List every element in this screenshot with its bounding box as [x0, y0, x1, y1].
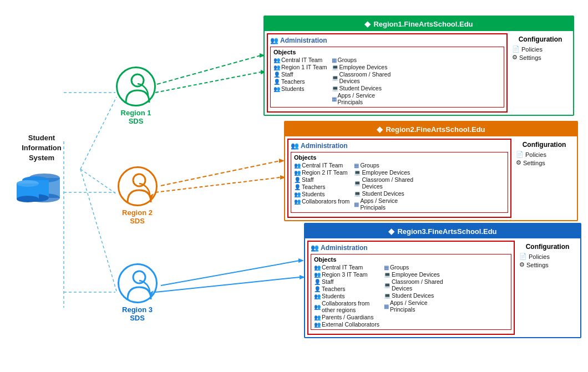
r3-external: 👥External Collaborators — [314, 321, 379, 328]
region1-objects-box: Objects 👥Central IT Team 👥Region 1 IT Te… — [270, 47, 504, 108]
region2-title: Region2.FineArtsSchool.Edu — [386, 125, 485, 134]
region1-config-header: Configuration — [512, 35, 569, 43]
region3-title: Region3.FineArtsSchool.Edu — [397, 227, 496, 236]
sds2-label: Region 2 SDS — [114, 208, 161, 225]
region2-objects-cols: 👥Central IT Team 👥Region 2 IT Team 👤Staf… — [294, 162, 505, 211]
region1-title: Region1.FineArtsSchool.Edu — [373, 20, 473, 28]
r1-policies: 📄Policies — [512, 45, 569, 53]
region3-admin: 👥 Administration Objects 👥Central IT Tea… — [307, 241, 515, 335]
r2-apps: ▦Apps / ServicePrincipals — [354, 197, 413, 211]
region3-right-col: ▦Groups 💻Employee Devices 💻Classroom / S… — [384, 264, 443, 328]
region1-objects-cols: 👥Central IT Team 👥Region 1 IT Team 👤Staf… — [273, 57, 501, 105]
region1-left-col: 👥Central IT Team 👥Region 1 IT Team 👤Staf… — [273, 57, 327, 105]
settings-icon: ⚙ — [512, 54, 518, 61]
r2-central-team: 👥Central IT Team — [294, 162, 349, 169]
region3-admin-label: Administration — [321, 244, 368, 252]
svg-line-7 — [155, 277, 300, 292]
r2-policies: 📄Policies — [516, 151, 572, 158]
admin-people-icon: 👥 — [270, 37, 278, 44]
r1-student-devices: 💻Student Devices — [332, 85, 391, 91]
r1-region-team: 👥Region 1 IT Team — [273, 64, 327, 70]
region1-title-bar: ◆ Region1.FineArtsSchool.Edu — [265, 17, 573, 31]
svg-point-17 — [17, 196, 39, 202]
region2-diamond-icon: ◆ — [377, 125, 383, 134]
r2-staff: 👤Staff — [294, 176, 349, 183]
region2-body: 👥 Administration Objects 👥Central IT Tea… — [285, 136, 577, 220]
region1-right-col: ▦Groups 💻Employee Devices 💻Classroom / S… — [332, 57, 391, 105]
r1-settings: ⚙Settings — [512, 54, 569, 61]
region3-config-header: Configuration — [519, 243, 576, 251]
svg-line-1 — [80, 169, 116, 194]
region2-objects-box: Objects 👥Central IT Team 👥Region 2 IT Te… — [291, 152, 508, 213]
admin3-people-icon: 👥 — [311, 244, 319, 252]
r2-student-devices: 💻Student Devices — [354, 190, 413, 197]
r1-central-team: 👥Central IT Team — [273, 57, 327, 63]
region3-panel: ◆ Region3.FineArtsSchool.Edu 👥 Administr… — [304, 223, 581, 338]
region1-diamond-icon: ◆ — [364, 19, 371, 28]
svg-line-30 — [161, 161, 280, 186]
region2-admin-label: Administration — [301, 142, 348, 150]
r1-teachers: 👤Teachers — [273, 78, 327, 85]
region1-panel: ◆ Region1.FineArtsSchool.Edu 👥 Administr… — [263, 16, 574, 116]
settings3-icon: ⚙ — [519, 261, 525, 268]
region1-admin-header: 👥 Administration — [270, 37, 504, 44]
region1-objects-label: Objects — [273, 49, 501, 55]
r3-settings: ⚙Settings — [519, 261, 576, 268]
svg-line-0 — [80, 97, 116, 169]
sds1-label: Region 1 SDS — [114, 109, 158, 125]
r2-region-team: 👥Region 2 IT Team — [294, 169, 349, 176]
r3-policies: 📄Policies — [519, 253, 576, 260]
diagram-container: Student Information System — [0, 0, 588, 372]
database-icon — [11, 168, 72, 212]
r1-groups: ▦Groups — [332, 57, 391, 63]
r3-parents: 👥Parents / Guardians — [314, 314, 379, 320]
svg-line-2 — [80, 169, 116, 291]
sds3-group: Region 3 SDS — [114, 263, 161, 322]
region1-config: Configuration 📄Policies ⚙Settings — [510, 33, 571, 113]
r3-classroom-devices: 💻Classroom / SharedDevices — [384, 278, 443, 292]
r1-classroom-devices: 💻Classroom / SharedDevices — [332, 71, 391, 84]
region3-admin-header: 👥 Administration — [311, 244, 511, 252]
r3-teachers: 👤Teachers — [314, 286, 379, 292]
region2-admin-header: 👥 Administration — [291, 142, 508, 150]
r3-students: 👥Students — [314, 293, 379, 299]
region3-diamond-icon: ◆ — [388, 227, 394, 236]
region2-config: Configuration 📄Policies ⚙Settings — [514, 139, 575, 218]
sds2-group: Region 2 SDS — [114, 166, 161, 225]
region2-objects-label: Objects — [294, 154, 505, 161]
r2-classroom-devices: 💻Classroom / SharedDevices — [354, 176, 413, 190]
r2-students: 👥Students — [294, 191, 349, 197]
region3-body: 👥 Administration Objects 👥Central IT Tea… — [305, 238, 580, 337]
r2-collaborators: 👥Collaborators from — [294, 198, 349, 205]
region2-left-col: 👥Central IT Team 👥Region 2 IT Team 👤Staf… — [294, 162, 349, 211]
svg-point-18 — [17, 180, 39, 187]
r3-groups: ▦Groups — [384, 264, 443, 271]
sds1-circle — [116, 67, 156, 106]
policies-icon: 📄 — [512, 45, 520, 53]
region3-objects-box: Objects 👥Central IT Team 👥Region 3 IT Te… — [311, 254, 511, 330]
r2-teachers: 👤Teachers — [294, 184, 349, 190]
region1-admin: 👥 Administration Objects 👥Central IT Tea… — [267, 33, 508, 113]
r1-students: 👥Students — [273, 85, 327, 92]
region1-body: 👥 Administration Objects 👥Central IT Tea… — [265, 31, 573, 115]
region3-left-col: 👥Central IT Team 👥Region 3 IT Team 👤Staf… — [314, 264, 379, 328]
r3-student-devices: 💻Student Devices — [384, 292, 443, 299]
settings2-icon: ⚙ — [516, 159, 521, 166]
region2-panel: ◆ Region2.FineArtsSchool.Edu 👥 Administr… — [284, 121, 578, 221]
sis-block: Student Information System — [11, 133, 72, 214]
r3-emp-devices: 💻Employee Devices — [384, 271, 443, 278]
r3-apps: ▦Apps / ServicePrincipals — [384, 299, 443, 313]
admin2-people-icon: 👥 — [291, 142, 299, 150]
region3-config: Configuration 📄Policies ⚙Settings — [517, 241, 578, 335]
region3-objects-cols: 👥Central IT Team 👥Region 3 IT Team 👤Staf… — [314, 264, 508, 328]
r2-settings: ⚙Settings — [516, 159, 572, 166]
svg-line-5 — [155, 177, 280, 192]
region2-title-bar: ◆ Region2.FineArtsSchool.Edu — [285, 122, 577, 136]
sds3-label: Region 3 SDS — [114, 305, 161, 322]
sds3-circle — [118, 263, 158, 303]
r1-staff: 👤Staff — [273, 71, 327, 78]
svg-marker-33 — [298, 258, 304, 263]
region2-admin: 👥 Administration Objects 👥Central IT Tea… — [287, 139, 511, 218]
sds1-group: Region 1 SDS — [114, 67, 158, 125]
r1-apps: ▦Apps / ServicePrincipals — [332, 92, 391, 105]
